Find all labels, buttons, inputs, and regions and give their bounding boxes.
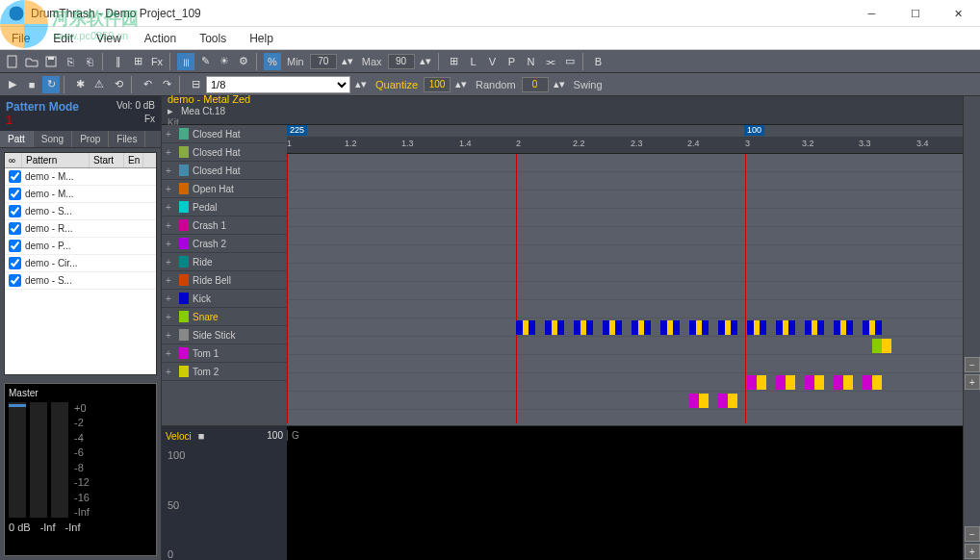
note[interactable] <box>776 320 795 335</box>
tab-patt[interactable]: Patt <box>0 131 34 147</box>
metro-icon[interactable]: ⚠ <box>90 76 108 93</box>
note[interactable] <box>747 375 766 390</box>
lh-start[interactable]: Start <box>90 153 124 167</box>
grid-row[interactable] <box>287 264 963 282</box>
grid-row[interactable] <box>287 337 963 355</box>
random-input[interactable] <box>522 77 549 92</box>
lh-end[interactable]: En <box>124 153 143 167</box>
tool-n-icon[interactable]: N <box>523 53 540 70</box>
track-expand-icon[interactable]: + <box>166 348 175 359</box>
gear-icon[interactable]: ⚙ <box>235 53 252 70</box>
redo-icon[interactable]: ↷ <box>158 76 175 93</box>
pattern-row[interactable]: demo - M... <box>5 186 156 203</box>
grid-stepper[interactable]: ▴▾ <box>352 76 370 93</box>
ruler[interactable]: 225100 11.21.31.422.22.32.433.23.33.4 <box>287 125 963 154</box>
open-icon[interactable] <box>23 53 40 70</box>
pattern-checkbox[interactable] <box>9 274 21 287</box>
meter-fader-l[interactable] <box>30 402 47 518</box>
tool-l-icon[interactable]: L <box>465 53 482 70</box>
note[interactable] <box>718 394 737 408</box>
note[interactable] <box>632 320 651 335</box>
track-expand-icon[interactable]: + <box>166 165 175 176</box>
track-expand-icon[interactable]: + <box>166 367 175 377</box>
tool-v-icon[interactable]: V <box>484 53 502 70</box>
export-icon[interactable]: ⎗ <box>81 53 98 70</box>
scroll-minus-1[interactable]: − <box>965 357 980 372</box>
new-icon[interactable] <box>4 53 21 70</box>
loop-icon[interactable]: ↻ <box>42 76 60 93</box>
note[interactable] <box>545 320 564 335</box>
track-row[interactable]: +Crash 1 <box>162 216 287 235</box>
track-expand-icon[interactable]: + <box>166 257 175 267</box>
pattern-checkbox[interactable] <box>9 240 21 252</box>
track-row[interactable]: +Open Hat <box>162 180 287 198</box>
meter-fader-r[interactable] <box>51 402 68 518</box>
note[interactable] <box>516 320 535 335</box>
max-input[interactable] <box>388 54 415 69</box>
record-icon[interactable]: ✱ <box>71 76 89 93</box>
tool-link-icon[interactable]: ⫘ <box>542 53 559 70</box>
random-stepper[interactable]: ▴▾ <box>551 76 568 93</box>
min-input[interactable] <box>310 54 337 69</box>
rewind-icon[interactable]: ⟲ <box>110 76 127 93</box>
grid-row[interactable] <box>287 355 963 373</box>
pattern-checkbox[interactable] <box>9 188 21 200</box>
edit-icon[interactable]: ✎ <box>196 53 214 70</box>
track-expand-icon[interactable]: + <box>166 147 175 158</box>
max-stepper[interactable]: ▴▾ <box>417 53 434 70</box>
track-expand-icon[interactable]: + <box>166 239 175 249</box>
grid-row[interactable] <box>287 282 963 300</box>
note[interactable] <box>603 320 622 335</box>
velocity-graph[interactable]: G <box>287 426 963 560</box>
note[interactable] <box>805 320 824 335</box>
pattern-row[interactable]: demo - M... <box>5 168 156 186</box>
scroll-plus-2[interactable]: + <box>965 544 980 559</box>
stop-icon[interactable]: ■ <box>23 76 40 93</box>
tool-a-icon[interactable]: ⊞ <box>446 53 463 70</box>
pattern-row[interactable]: demo - S... <box>5 272 156 290</box>
track-row[interactable]: +Crash 2 <box>162 235 287 253</box>
mixer-icon[interactable]: ⫼ <box>177 53 194 70</box>
import-icon[interactable]: ⎘ <box>62 53 79 70</box>
pattern-checkbox[interactable] <box>9 205 21 217</box>
grid-row[interactable] <box>287 392 963 410</box>
tool-b-icon[interactable]: B <box>590 53 607 70</box>
grid-area[interactable]: 225100 11.21.31.422.22.32.433.23.33.4 <box>287 125 963 425</box>
note[interactable] <box>689 394 709 408</box>
lh-pattern[interactable]: Pattern <box>22 153 90 167</box>
pattern-list[interactable]: ∞ Pattern Start En demo - M...demo - M..… <box>4 152 157 375</box>
snap-icon[interactable]: ‖ <box>110 53 127 70</box>
note[interactable] <box>574 320 593 335</box>
track-expand-icon[interactable]: + <box>166 220 175 231</box>
note[interactable] <box>718 320 737 335</box>
track-expand-icon[interactable]: + <box>166 184 175 194</box>
undo-icon[interactable]: ↶ <box>139 76 156 93</box>
grid-row[interactable] <box>287 300 963 318</box>
pattern-checkbox[interactable] <box>9 257 21 269</box>
grid-row[interactable] <box>287 191 963 209</box>
menu-help[interactable]: Help <box>245 30 277 47</box>
track-row[interactable]: +Closed Hat <box>162 162 287 180</box>
grid-row[interactable] <box>287 209 963 227</box>
quantize-input[interactable] <box>424 77 451 92</box>
play-icon[interactable]: ▶ <box>4 76 21 93</box>
note[interactable] <box>863 320 882 335</box>
scroll-minus-2[interactable]: − <box>965 526 980 542</box>
note[interactable] <box>834 320 853 335</box>
pattern-checkbox[interactable] <box>9 222 21 235</box>
scroll-plus-1[interactable]: + <box>965 374 980 390</box>
sun-icon[interactable]: ☀ <box>216 53 233 70</box>
pattern-row[interactable]: demo - Cir... <box>5 255 156 272</box>
menu-tools[interactable]: Tools <box>195 30 230 47</box>
grid-row[interactable] <box>287 245 963 264</box>
track-expand-icon[interactable]: + <box>166 129 175 140</box>
close-button[interactable]: ✕ <box>937 0 980 27</box>
note[interactable] <box>872 339 891 353</box>
pattern-row[interactable]: demo - P... <box>5 238 156 255</box>
menu-action[interactable]: Action <box>141 30 180 47</box>
note[interactable] <box>747 320 766 335</box>
track-expand-icon[interactable]: + <box>166 330 175 341</box>
note[interactable] <box>660 320 680 335</box>
grid-row[interactable] <box>287 172 963 191</box>
tempo-marker[interactable]: 225 <box>287 125 307 136</box>
